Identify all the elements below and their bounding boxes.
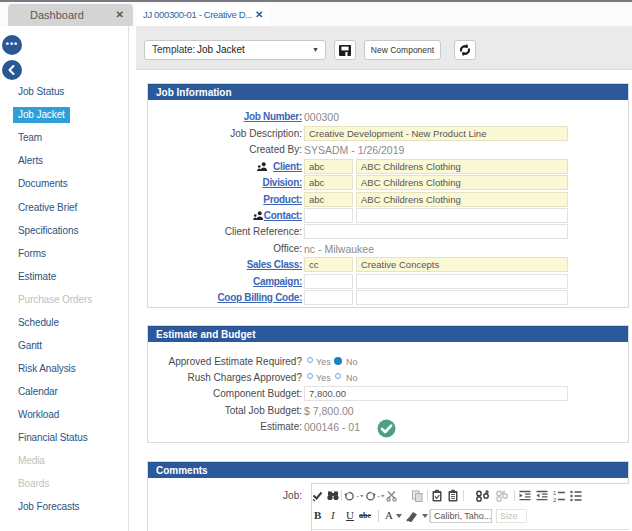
svg-text:2: 2 <box>553 497 557 503</box>
svg-text:1: 1 <box>553 490 557 496</box>
